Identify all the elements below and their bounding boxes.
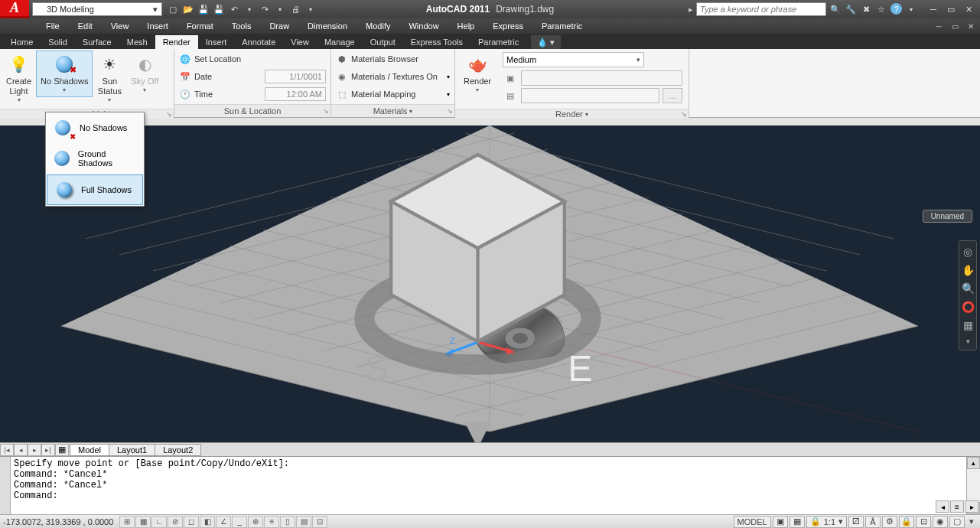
layout-tab-layout2[interactable]: Layout2 [155,444,201,456]
output-size-field[interactable] [521,70,682,86]
pan-icon[interactable]: ✋ [962,264,975,276]
favorite-icon[interactable]: ☆ [875,3,887,15]
menu-draw[interactable]: Draw [260,18,298,34]
clean-screen[interactable]: ▢ [949,516,965,528]
steering-wheel-icon[interactable]: ◎ [963,246,972,258]
subscription-icon[interactable]: 🔧 [845,3,857,15]
mdi-restore[interactable]: ▭ [947,21,962,31]
material-mapping-button[interactable]: ⬚ Material Mapping ▾ [333,86,453,103]
menu-help[interactable]: Help [448,18,484,34]
appearance-dropdown[interactable]: 💧 ▾ [531,35,561,49]
app-menu-button[interactable]: A [0,0,29,18]
annotation-autoscale[interactable]: Å [865,516,881,528]
hardware-accel[interactable]: ⊡ [916,516,931,528]
osnap-toggle[interactable]: ◻ [184,516,199,528]
zoom-icon[interactable]: 🔍 [962,282,975,295]
tab-parametric[interactable]: Parametric [470,35,526,49]
layout-next-button[interactable]: ▸ [28,444,41,456]
layout-tab-model[interactable]: Model [70,444,109,456]
coords-display[interactable]: -173.0072, 319.3369 , 0.0000 [3,517,113,526]
render-preset-dropdown[interactable]: Medium ▾ [503,52,644,67]
redo-icon[interactable]: ↷ [259,3,271,15]
quick-view-drawings[interactable]: ▦ [790,516,805,528]
menu-edit[interactable]: Edit [69,18,102,34]
layout-tab-layout1[interactable]: Layout1 [109,444,155,456]
materials-textures-button[interactable]: ◉ Materials / Textures On ▾ [333,68,453,85]
redo-dd-icon[interactable]: ▾ [274,3,286,15]
workspace-switch[interactable]: ⚙ [882,516,897,528]
menu-tools[interactable]: Tools [223,18,261,34]
layout-first-button[interactable]: |◂ [0,444,14,456]
3dosnap-toggle[interactable]: ◧ [200,516,215,528]
saveas-icon[interactable]: 💾 [213,3,225,15]
help-icon[interactable]: ? [890,3,902,15]
menu-modify[interactable]: Modify [357,18,399,34]
menu-express[interactable]: Express [483,18,532,34]
dropdown-item-full-shadows[interactable]: Full Shadows [47,174,143,205]
layout-quick-view-button[interactable]: ▦ [55,444,69,456]
exchange-icon[interactable]: ✖ [860,3,872,15]
polar-toggle[interactable]: ⊘ [168,516,183,528]
mdi-minimize[interactable]: ─ [931,21,946,31]
new-icon[interactable]: ▢ [167,3,179,15]
status-tray-expand[interactable]: ▾ [966,516,977,528]
lwt-toggle[interactable]: ≡ [264,516,279,528]
tab-solid[interactable]: Solid [41,35,74,49]
scroll-up-button[interactable]: ▴ [967,457,980,469]
date-input[interactable] [265,70,326,83]
workspace-dropdown[interactable]: ⚙ 3D Modeling ▾ [32,2,162,16]
layout-prev-button[interactable]: ◂ [14,444,28,456]
save-icon[interactable]: 💾 [197,3,210,15]
undo-icon[interactable]: ↶ [228,3,240,15]
showmotion-icon[interactable]: ▦ [963,319,973,331]
command-window[interactable]: Specify move point or [Base point/Copy/U… [0,456,980,514]
otrack-toggle[interactable]: ∠ [216,516,231,528]
sun-status-button[interactable]: ☀ Sun Status ▾ [93,51,126,107]
qp-toggle[interactable]: ▤ [296,516,311,528]
tab-express[interactable]: Express Tools [403,35,470,49]
layout-last-button[interactable]: ▸| [41,444,55,456]
annotation-scale[interactable]: 🔒 1:1 ▾ [806,516,847,528]
ortho-toggle[interactable]: ∟ [151,516,167,528]
annotation-visibility[interactable]: ⚂ [848,516,864,528]
menu-window[interactable]: Window [399,18,448,34]
sky-off-button[interactable]: ◐ Sky Off ▾ [126,51,163,97]
panel-sunloc-title[interactable]: Sun & Location↘ [174,104,330,117]
browse-button[interactable]: ... [663,88,682,103]
orbit-icon[interactable]: ⭕ [962,301,975,313]
tab-mesh[interactable]: Mesh [119,35,155,49]
materials-browser-button[interactable]: ⬢ Materials Browser [333,51,453,67]
menu-parametric[interactable]: Parametric [532,18,591,34]
tab-annotate[interactable]: Annotate [234,35,283,49]
viewcube[interactable]: S E [0,135,968,442]
cmd-right-button[interactable]: ▸ [965,500,978,513]
isolate-objects[interactable]: ◉ [933,516,948,528]
cmd-history-button[interactable]: ≡ [950,500,964,513]
panel-materials-title[interactable]: Materials▾↘ [331,104,454,117]
tab-manage[interactable]: Manage [317,35,363,49]
output-file-field[interactable] [521,88,659,103]
render-button[interactable]: 🫖 Render ▾ [457,51,498,97]
dropdown-item-ground-shadows[interactable]: Ground Shadows [46,143,144,174]
viewport[interactable]: Z S E Unnamed ◎ ✋ 🔍 ⭕ ▦ ▾ [0,125,980,442]
tab-render[interactable]: Render [155,35,198,49]
tab-home[interactable]: Home [3,35,41,49]
time-input[interactable] [265,87,326,101]
cmd-left-button[interactable]: ◂ [936,500,949,513]
dropdown-item-no-shadows[interactable]: ✖ No Shadows [46,112,144,143]
tab-insert[interactable]: Insert [198,35,235,49]
ducs-toggle[interactable]: ⎯ [232,516,247,528]
create-light-button[interactable]: 💡 Create Light ▾ [2,51,36,107]
snap-toggle[interactable]: ⊞ [119,516,135,528]
infocenter-arrow-icon[interactable]: ▸ [689,5,693,15]
toolbar-lock[interactable]: 🔒 [899,516,914,528]
model-space-button[interactable]: MODEL [734,516,771,528]
shadows-dropdown-button[interactable]: ✖ No Shadows ▾ [36,51,93,97]
nav-expand-icon[interactable]: ▾ [966,337,970,345]
search-input[interactable] [696,2,826,16]
maximize-button[interactable]: ▭ [943,3,959,15]
sc-toggle[interactable]: ⊡ [312,516,327,528]
tab-surface[interactable]: Surface [75,35,119,49]
qat-dd-icon[interactable]: ▾ [304,3,317,15]
minimize-button[interactable]: ─ [925,3,942,15]
